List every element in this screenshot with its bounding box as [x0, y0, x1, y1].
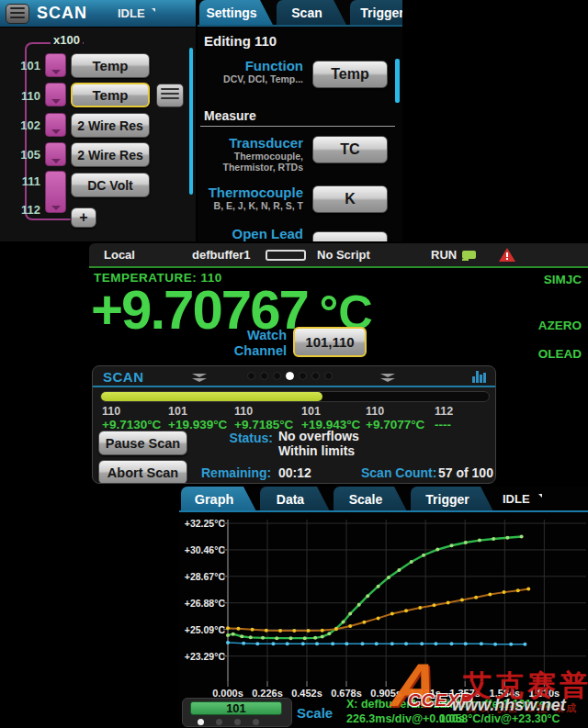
channel-multiplier-label: x100 — [51, 33, 83, 47]
function-label: Function — [198, 58, 303, 73]
transducer-value-button[interactable]: TC — [312, 136, 388, 163]
tab-label: Graph — [195, 492, 234, 507]
scan-reading-cell: 101 +19.939°C — [168, 405, 227, 431]
buffer-gauge-icon — [266, 250, 306, 261]
svg-text:+23.29°C: +23.29°C — [185, 651, 226, 662]
scan-status-line2: Within limits — [278, 443, 359, 458]
statusbar-green-rule — [89, 266, 588, 268]
script-status-label: No Script — [317, 248, 370, 262]
thermocouple-label-block: Thermocouple B, E, J, K, N, R, S, T — [198, 185, 303, 211]
watch-label-line1: Watch — [190, 328, 287, 343]
measure-home-panel: Local defbuffer1 No Script RUN TEMPERATU… — [89, 241, 588, 487]
scan-reading-cell: 101 +19.943°C — [301, 405, 360, 431]
scan-count-value: 57 of 100 — [438, 465, 493, 480]
scan-subpanel: SCAN 110 +9.7130°C 101 +19.9 — [92, 365, 496, 484]
scan-progress-track — [100, 391, 490, 402]
tab-scale[interactable]: Scale — [334, 487, 407, 511]
channel-number: 112 — [0, 203, 40, 217]
watch-label-line2: Channel — [190, 343, 287, 359]
composite-screenshot: SCAN IDLE x100 101 Temp 110 Temp 102 2 W… — [0, 0, 588, 728]
watermark-url: www.hhsw.net — [452, 696, 566, 715]
svg-text:+26.88°C: +26.88°C — [185, 598, 226, 609]
channel-setup-panel: SCAN IDLE x100 101 Temp 110 Temp 102 2 W… — [0, 0, 196, 241]
channel-marker[interactable] — [45, 53, 66, 77]
thermocouple-value-button[interactable]: K — [312, 185, 388, 213]
channel-function-button[interactable]: DC Volt — [71, 173, 150, 197]
annunciator-simjc: SIMJC — [493, 273, 582, 286]
scan-reading-cell: 110 +9.7077°C — [366, 405, 424, 431]
channel-marker-span[interactable] — [45, 171, 66, 213]
panel-a-idle-status: IDLE — [118, 6, 145, 20]
cell-value: ---- — [435, 418, 453, 431]
channel-function-button[interactable]: 2 Wire Res — [71, 142, 150, 167]
abort-scan-button[interactable]: Abort Scan — [98, 460, 187, 484]
channel-function-button[interactable]: Temp — [71, 53, 150, 78]
transducer-label-block: Transducer Thermocouple, Thermistor, RTD… — [198, 135, 303, 173]
settings-panel: Settings Scan Trigger Editing 110 Functi… — [198, 0, 402, 242]
tab-graph[interactable]: Graph — [181, 487, 256, 511]
cell-channel: 110 — [234, 405, 293, 418]
tab-scan[interactable]: Scan — [277, 0, 346, 25]
watch-channel-button[interactable]: 101,110 — [293, 327, 367, 357]
scan-reading-cell: 112 ---- — [435, 405, 453, 431]
tab-label: Trigger — [360, 6, 402, 20]
channel-function-button-selected[interactable]: Temp — [71, 83, 150, 107]
channel-options-icon[interactable] — [156, 84, 184, 107]
cell-value: +9.7130°C — [102, 418, 161, 431]
tab-settings[interactable]: Settings — [199, 0, 273, 25]
menu-icon[interactable] — [6, 4, 29, 24]
active-buffer-label: defbuffer1 — [192, 248, 251, 262]
trace-chip[interactable]: 101 — [190, 701, 282, 715]
open-lead-label: Open Lead — [198, 226, 303, 241]
thermocouple-sublabel: B, E, J, K, N, R, S, T — [198, 200, 303, 211]
scale-shortcut-label[interactable]: Scale — [297, 705, 333, 721]
function-value-button[interactable]: Temp — [312, 61, 388, 88]
trace-chip-widget[interactable]: 101 — [182, 698, 292, 727]
channel-marker[interactable] — [45, 142, 66, 166]
run-status-label: RUN — [431, 248, 457, 262]
panel-a-title: SCAN — [37, 4, 87, 23]
transducer-label: Transducer — [198, 135, 303, 151]
svg-text:+25.09°C: +25.09°C — [185, 624, 226, 635]
trace-pager-dots[interactable] — [198, 719, 259, 725]
tab-label: Trigger — [425, 492, 469, 507]
remaining-value: 00:12 — [278, 465, 311, 480]
graph-shortcut-icon[interactable] — [472, 371, 489, 383]
svg-text:+30.46°C: +30.46°C — [185, 544, 226, 555]
add-channel-button[interactable]: + — [71, 207, 96, 228]
channel-function-button[interactable]: 2 Wire Res — [71, 113, 150, 138]
scan-reading-cell: 110 +9.7130°C — [102, 405, 161, 431]
channel-number: 101 — [0, 59, 40, 73]
comm-mode-label: Local — [104, 248, 135, 262]
panel-b-scrollbar[interactable] — [395, 59, 400, 103]
tab-label: Settings — [206, 6, 256, 20]
run-indicator-stem — [462, 259, 469, 261]
measure-section-label: Measure — [204, 108, 256, 123]
swipe-pager-dots[interactable] — [247, 372, 333, 380]
graph-tabbar-underline — [179, 510, 588, 512]
annunciator-azero: AZERO — [493, 319, 582, 332]
scan-subpanel-title: SCAN — [103, 369, 144, 385]
scan-status-line1: No overflows — [278, 429, 359, 443]
channel-marker[interactable] — [45, 113, 66, 137]
watch-channel-label: Watch Channel — [190, 328, 287, 359]
collapse-chevron-icon[interactable] — [192, 374, 207, 381]
panel-a-scrollbar[interactable] — [189, 48, 193, 195]
collapse-chevron-icon[interactable] — [380, 374, 395, 381]
cell-channel: 101 — [301, 405, 360, 418]
scan-progress-fill — [101, 392, 322, 401]
warning-icon[interactable] — [499, 248, 515, 262]
annunciator-olead: OLEAD — [493, 347, 582, 361]
scan-count-label: Scan Count: — [361, 465, 436, 480]
pause-scan-button[interactable]: Pause Scan — [98, 431, 187, 455]
tab-trigger-graph[interactable]: Trigger — [411, 487, 493, 511]
channel-marker[interactable] — [45, 83, 66, 106]
cell-channel: 101 — [168, 405, 227, 418]
thermocouple-label: Thermocouple — [198, 185, 303, 200]
tab-trigger[interactable]: Trigger — [350, 0, 402, 25]
cell-value: +9.7077°C — [366, 418, 424, 431]
panel-a-header: SCAN IDLE — [0, 0, 196, 28]
scan-status-value: No overflows Within limits — [278, 429, 359, 458]
cell-channel: 110 — [366, 405, 424, 418]
function-label-block: Function DCV, DCI, Temp... — [198, 58, 303, 84]
